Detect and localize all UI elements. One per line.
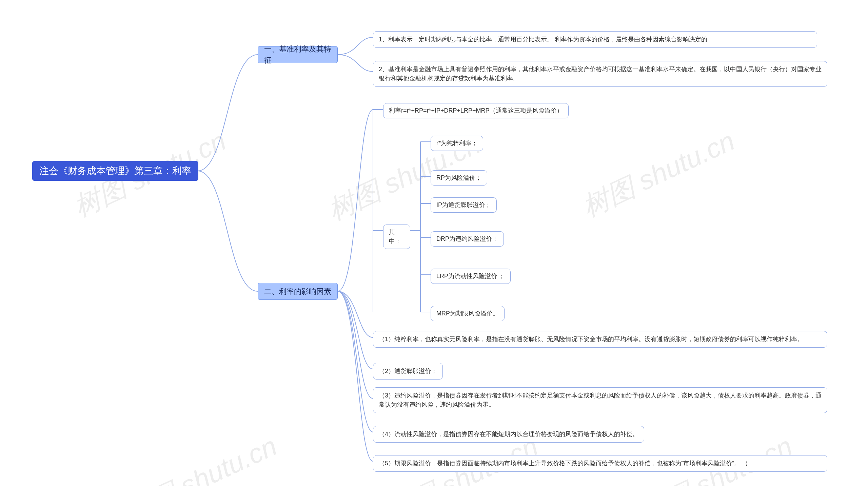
branch-1[interactable]: 一、基准利率及其特征: [258, 46, 338, 63]
note-4[interactable]: （5）期限风险溢价，是指债券因面临持续期内市场利率上升导致价格下跌的风险而给予债…: [373, 455, 827, 472]
term-4[interactable]: LRP为流动性风险溢价 ；: [431, 269, 511, 284]
branch-2[interactable]: 二、利率的影响因素: [258, 283, 338, 300]
note-2[interactable]: （3）违约风险溢价，是指债券因存在发行者到期时不能按约定足额支付本金或利息的风险…: [373, 387, 827, 413]
note-0[interactable]: （1）纯粹利率，也称真实无风险利率，是指在没有通货膨胀、无风险情况下资金市场的平…: [373, 331, 827, 348]
branch1-item-0[interactable]: 1、利率表示一定时期内利息与本金的比率，通常用百分比表示。 利率作为资本的价格，…: [373, 31, 817, 48]
term-3[interactable]: DRP为违约风险溢价；: [431, 231, 504, 247]
note-3[interactable]: （4）流动性风险溢价，是指债券因存在不能短期内以合理价格变现的风险而给予债权人的…: [373, 426, 644, 443]
term-1[interactable]: RP为风险溢价；: [431, 170, 487, 186]
watermark: 树图 shutu.cn: [576, 123, 741, 226]
mindmap-canvas: 树图 shutu.cn 树图 shutu.cn 树图 shutu.cn 树图 s…: [0, 0, 868, 486]
term-2[interactable]: IP为通货膨胀溢价；: [431, 197, 497, 213]
formula-node[interactable]: 利率r=r*+RP=r*+IP+DRP+LRP+MRP（通常这三项是风险溢价）: [383, 103, 569, 118]
term-0[interactable]: r*为纯粹利率；: [431, 136, 483, 151]
term-5[interactable]: MRP为期限风险溢价。: [431, 306, 505, 321]
root-node[interactable]: 注会《财务成本管理》第三章：利率: [32, 161, 198, 181]
terms-label-node[interactable]: 其中：: [383, 225, 410, 249]
note-1[interactable]: （2）通货膨胀溢价；: [373, 363, 443, 380]
watermark: 树图 shutu.cn: [119, 428, 283, 486]
branch1-item-1[interactable]: 2、基准利率是金融市场上具有普遍参照作用的利率，其他利率水平或金融资产价格均可根…: [373, 61, 827, 87]
